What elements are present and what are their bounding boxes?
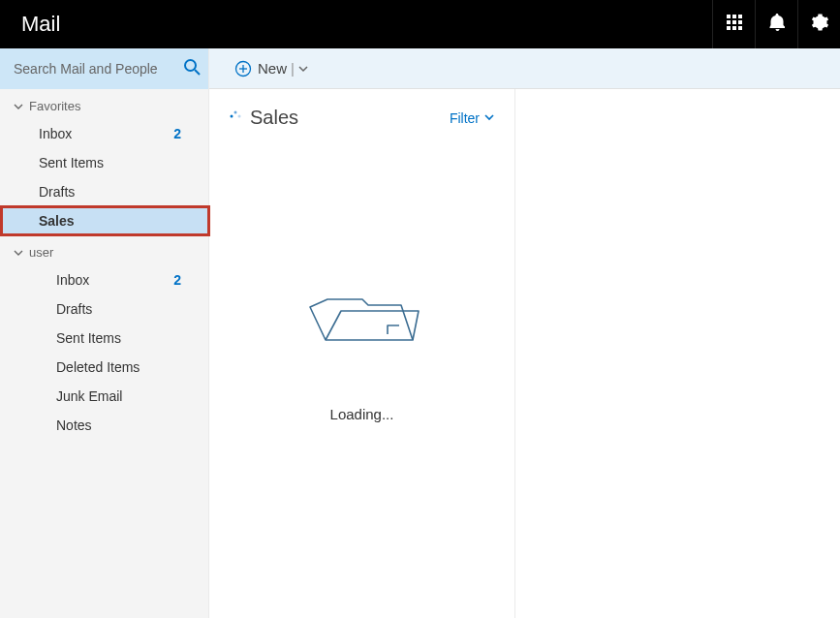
section-header-user[interactable]: user [0,235,208,265]
svg-point-14 [231,114,233,117]
new-label: New [258,60,287,77]
folder-label: Junk Email [56,388,122,404]
svg-rect-0 [727,15,731,18]
section-header-favorites[interactable]: Favorites [0,89,208,119]
svg-line-10 [195,70,200,75]
chevron-down-icon [14,102,23,111]
folder-user-junk-email[interactable]: Junk Email [0,382,208,411]
svg-point-15 [234,110,237,113]
folder-user-notes[interactable]: Notes [0,411,208,440]
folder-user-deleted-items[interactable]: Deleted Items [0,353,208,382]
svg-rect-4 [732,20,736,24]
svg-rect-1 [732,15,736,18]
folder-label: Sent Items [56,330,121,346]
separator: | [291,60,295,77]
workspace: Favorites Inbox 2 Sent Items Drafts Sale… [0,48,840,618]
svg-rect-6 [727,26,731,30]
loading-area: Loading... [229,294,495,422]
bell-icon [769,14,785,35]
svg-rect-3 [727,20,731,24]
searchbar[interactable] [0,48,208,89]
list-title-wrap: Sales [229,107,298,129]
svg-rect-8 [738,26,742,30]
folder-user-drafts[interactable]: Drafts [0,294,208,324]
toolbar: New | [209,48,840,89]
unread-badge: 2 [173,272,181,288]
svg-rect-2 [738,15,742,18]
folder-label: Drafts [39,184,75,200]
plus-circle-icon [234,60,252,77]
folder-user-inbox[interactable]: Inbox 2 [0,265,208,294]
folder-label: Sales [39,213,75,229]
section-label: Favorites [29,99,80,113]
loading-label: Loading... [330,406,394,422]
svg-point-9 [185,60,196,71]
grid-icon [727,15,742,34]
folder-drafts[interactable]: Drafts [0,177,208,206]
folder-label: Deleted Items [56,359,140,375]
svg-marker-17 [310,299,413,340]
new-button[interactable]: New | [234,60,308,77]
chevron-down-icon[interactable] [298,60,308,77]
sidebar: Favorites Inbox 2 Sent Items Drafts Sale… [0,48,209,618]
folder-label: Notes [56,417,92,433]
chevron-down-icon [14,248,23,258]
svg-point-16 [238,114,241,117]
gear-icon [811,14,828,35]
filter-button[interactable]: Filter [450,110,495,126]
folder-sent-items[interactable]: Sent Items [0,148,208,177]
folder-label: Sent Items [39,155,104,170]
folder-inbox[interactable]: Inbox 2 [0,119,208,148]
folder-label: Inbox [56,272,89,288]
folder-user-sent-items[interactable]: Sent Items [0,324,208,353]
unread-badge: 2 [173,126,181,141]
selection-highlight [0,205,210,236]
app-title: Mail [0,12,60,37]
topbar-right [712,0,840,48]
panes: Sales Filter [209,89,840,618]
list-header: Sales Filter [229,107,495,129]
chevron-down-icon [483,110,495,126]
filter-label: Filter [450,110,480,126]
message-list-pane: Sales Filter [209,89,515,618]
app-launcher-button[interactable] [712,0,755,48]
settings-button[interactable] [797,0,840,48]
section-label: user [29,245,53,260]
search-input[interactable] [14,61,183,77]
svg-rect-5 [738,20,742,24]
reading-pane [515,89,840,618]
svg-rect-7 [732,26,736,30]
search-icon[interactable] [183,58,201,79]
loading-spinner-icon [229,109,242,127]
folder-sales[interactable]: Sales [0,206,208,235]
list-title: Sales [250,107,298,129]
folder-label: Inbox [39,126,72,141]
topbar: Mail [0,0,840,48]
empty-folder-icon [304,294,420,359]
notifications-button[interactable] [755,0,797,48]
folder-label: Drafts [56,301,92,317]
main: New | Sales Filter [209,48,840,618]
